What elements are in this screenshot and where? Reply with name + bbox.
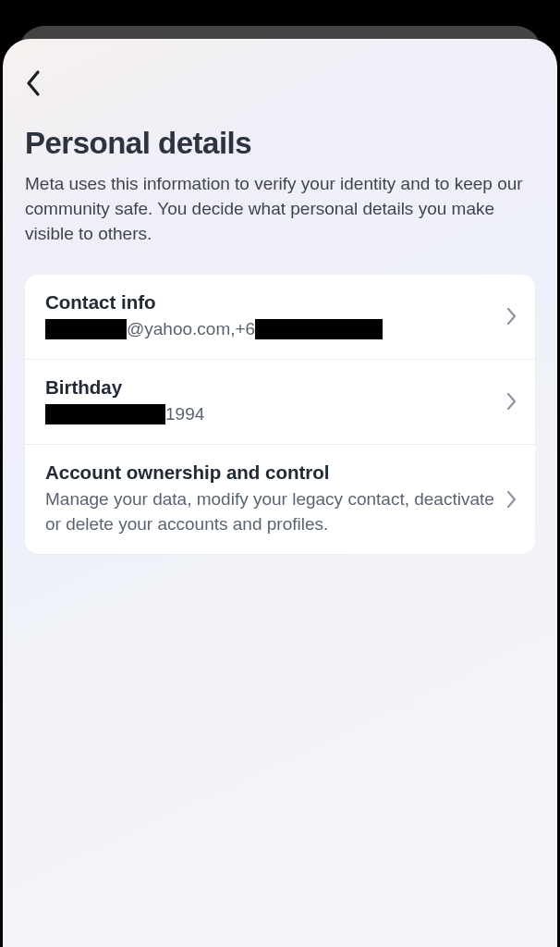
birthday-title: Birthday: [45, 376, 495, 399]
redacted-phone: [255, 319, 383, 339]
phone-prefix-text: +6: [236, 317, 256, 342]
chevron-right-icon: [506, 307, 517, 326]
birthday-value: 1994: [45, 402, 495, 427]
account-ownership-title: Account ownership and control: [45, 461, 495, 484]
redacted-birthday-date: [45, 404, 165, 424]
contact-info-row[interactable]: Contact info @yahoo.com, +6: [25, 275, 535, 360]
account-ownership-description: Manage your data, modify your legacy con…: [45, 487, 495, 537]
chevron-right-icon: [506, 392, 517, 411]
birthday-year-text: 1994: [165, 402, 204, 427]
email-domain-text: @yahoo.com,: [127, 317, 236, 342]
settings-card: Contact info @yahoo.com, +6 Birthday 199…: [25, 275, 535, 554]
back-button[interactable]: [25, 65, 62, 102]
birthday-row[interactable]: Birthday 1994: [25, 360, 535, 445]
list-item-content: Account ownership and control Manage you…: [45, 461, 495, 537]
contact-info-title: Contact info: [45, 291, 495, 314]
page-subtitle: Meta uses this information to verify you…: [25, 172, 535, 247]
chevron-left-icon: [25, 69, 43, 97]
contact-info-value: @yahoo.com, +6: [45, 317, 495, 342]
list-item-content: Birthday 1994: [45, 376, 495, 427]
chevron-right-icon: [506, 490, 517, 509]
main-sheet: Personal details Meta uses this informat…: [3, 39, 557, 947]
redacted-email-local: [45, 319, 127, 339]
page-title: Personal details: [25, 126, 535, 161]
list-item-content: Contact info @yahoo.com, +6: [45, 291, 495, 342]
sheet-stack: Personal details Meta uses this informat…: [0, 0, 560, 947]
account-ownership-row[interactable]: Account ownership and control Manage you…: [25, 445, 535, 554]
